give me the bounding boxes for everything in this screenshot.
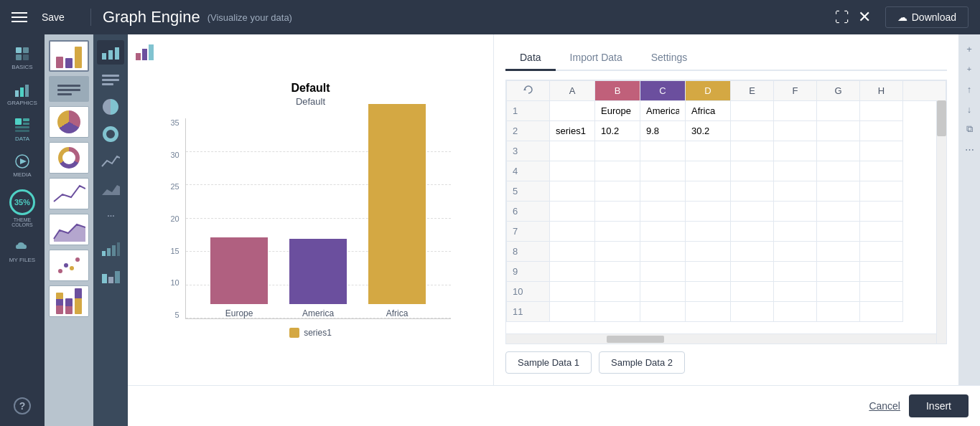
plus-icon[interactable]: + [961,60,978,77]
sidebar-item-files[interactable]: MY FILES [0,233,45,269]
chart-icon-pie[interactable] [97,95,124,119]
cell-2-H[interactable] [860,121,903,141]
h-scrollbar-track[interactable] [506,333,936,344]
cell-9-E[interactable] [731,262,774,282]
close-icon[interactable]: ✕ [858,8,871,27]
tab-import[interactable]: Import Data [556,46,637,71]
cell-6-B[interactable] [595,202,640,222]
add-icon[interactable]: + [961,40,978,57]
cell-1-A[interactable] [550,101,595,121]
thumb-area[interactable] [49,214,89,245]
cell-11-B[interactable] [595,302,640,322]
cell-2-A[interactable] [550,121,595,141]
thumb-line[interactable] [49,178,89,209]
sample-data-2-button[interactable]: Sample Data 2 [599,351,685,374]
cell-5-G[interactable] [817,181,860,202]
cell-3-E[interactable] [731,141,774,161]
cell-8-H[interactable] [860,242,903,262]
cell-6-C[interactable] [640,202,686,222]
cell-3-B[interactable] [595,141,640,161]
fullscreen-icon[interactable]: ⛶ [835,9,849,26]
sample-data-1-button[interactable]: Sample Data 1 [505,351,592,374]
sidebar-item-question[interactable]: ? [0,392,45,420]
cell-8-A[interactable] [550,242,595,262]
cell-4-E[interactable] [731,161,774,181]
cell-4-F[interactable] [774,161,817,181]
cell-7-G[interactable] [817,222,860,242]
cell-4-H[interactable] [860,161,903,181]
down-icon[interactable]: ↓ [961,100,978,118]
cell-4-B[interactable] [595,161,640,181]
cell-8-D[interactable] [686,242,731,262]
cell-10-D[interactable] [686,282,731,302]
cell-8-E[interactable] [731,242,774,262]
cell-5-A[interactable] [550,181,595,202]
cell-10-E[interactable] [731,282,774,302]
cell-11-A[interactable] [550,302,595,322]
cell-10-F[interactable] [774,282,817,302]
cell-5-B[interactable] [595,181,640,202]
cell-8-G[interactable] [817,242,860,262]
cell-input-1-C[interactable] [646,105,679,116]
cell-10-B[interactable] [595,282,640,302]
chart-icon-stacked[interactable] [97,264,124,288]
sidebar-item-graphics[interactable]: GRAPHICS [0,76,45,112]
tab-data[interactable]: Data [505,46,556,71]
save-button[interactable]: Save [42,11,65,23]
cell-1-E[interactable] [731,101,774,121]
cell-6-H[interactable] [860,202,903,222]
cell-9-B[interactable] [595,262,640,282]
cell-3-F[interactable] [774,141,817,161]
thumb-bar1[interactable] [49,40,89,72]
cell-8-B[interactable] [595,242,640,262]
cell-6-D[interactable] [686,202,731,222]
sidebar-item-theme[interactable]: 35% THEME COLORS [0,184,45,233]
cell-4-A[interactable] [550,161,595,181]
scrollbar-thumb[interactable] [937,100,946,136]
chart-icon-line[interactable] [97,149,124,174]
cell-input-2-B[interactable] [601,126,634,136]
cell-5-C[interactable] [640,181,686,202]
sidebar-item-data[interactable]: DATA [0,112,45,148]
cell-7-H[interactable] [860,222,903,242]
chart-icon-donut[interactable] [97,122,124,146]
cell-9-H[interactable] [860,262,903,282]
cell-6-F[interactable] [774,202,817,222]
chart-icon-more[interactable]: ··· [97,204,124,228]
cell-7-C[interactable] [640,222,686,242]
data-grid-wrapper[interactable]: A B C D E F G H [505,80,947,344]
cell-10-C[interactable] [640,282,686,302]
cell-2-F[interactable] [774,121,817,141]
cell-1-D[interactable] [686,101,731,121]
more-icon[interactable]: ⋯ [961,141,978,158]
cell-4-G[interactable] [817,161,860,181]
sidebar-item-basics[interactable]: BASICS [0,40,45,76]
tab-settings[interactable]: Settings [637,46,702,71]
cell-11-G[interactable] [817,302,860,322]
thumb-pie[interactable] [49,106,89,138]
cell-9-A[interactable] [550,262,595,282]
insert-button[interactable]: Insert [909,394,969,417]
cell-10-H[interactable] [860,282,903,302]
cell-3-G[interactable] [817,141,860,161]
cell-4-C[interactable] [640,161,686,181]
cell-7-E[interactable] [731,222,774,242]
chart-icon-bar[interactable] [97,40,124,65]
up-icon[interactable]: ↑ [961,80,978,98]
cancel-button[interactable]: Cancel [869,400,900,412]
thumb-dots[interactable] [49,250,89,281]
cell-5-H[interactable] [860,181,903,202]
cell-6-A[interactable] [550,202,595,222]
cell-6-G[interactable] [817,202,860,222]
cell-3-A[interactable] [550,141,595,161]
h-scrollbar-thumb[interactable] [607,336,664,343]
cell-8-C[interactable] [640,242,686,262]
cell-11-F[interactable] [774,302,817,322]
cell-9-D[interactable] [686,262,731,282]
cell-9-F[interactable] [774,262,817,282]
cell-input-1-D[interactable] [691,105,724,116]
cell-5-F[interactable] [774,181,817,202]
refresh-cell[interactable] [507,81,550,101]
chart-icon-area[interactable] [97,176,124,201]
cell-2-C[interactable] [640,121,686,141]
